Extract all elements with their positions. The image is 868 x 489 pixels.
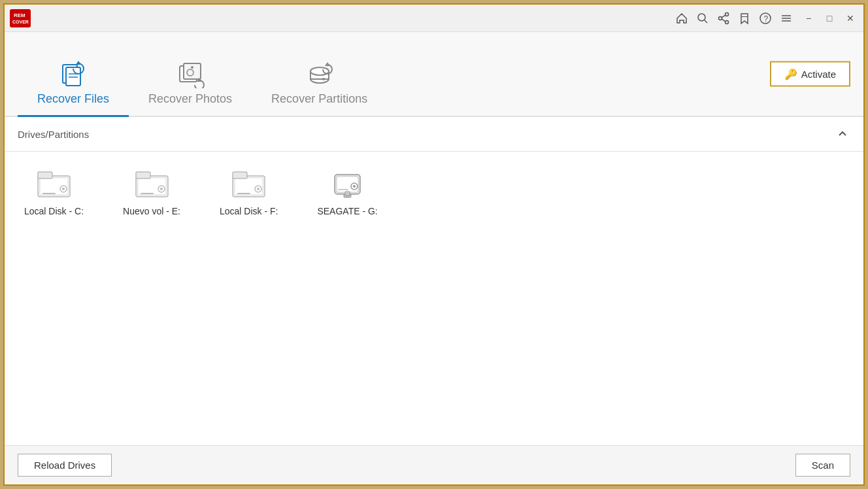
drives-header: Drives/Partitions <box>5 117 863 152</box>
svg-line-9 <box>722 19 726 22</box>
svg-marker-20 <box>76 61 81 65</box>
main-window: REM COVER <box>3 3 865 486</box>
drive-item-c[interactable]: Local Disk - C: <box>24 165 84 216</box>
collapse-button[interactable] <box>835 126 850 142</box>
svg-marker-30 <box>325 62 330 66</box>
svg-point-24 <box>191 66 193 69</box>
help-icon[interactable]: ? <box>759 12 772 25</box>
recover-files-icon <box>59 59 88 88</box>
drive-label-e: Nuevo vol - E: <box>123 206 180 216</box>
activate-button[interactable]: 🔑 Activate <box>770 61 850 87</box>
scan-button[interactable]: Scan <box>795 454 850 477</box>
svg-text:COVER: COVER <box>12 20 29 24</box>
minimize-button[interactable]: − <box>801 10 816 26</box>
title-bar-left: REM COVER <box>10 9 31 27</box>
drives-title: Drives/Partitions <box>18 129 89 140</box>
svg-line-4 <box>705 20 707 23</box>
svg-point-29 <box>322 78 325 80</box>
bottom-bar: Reload Drives Scan <box>5 445 863 484</box>
svg-rect-39 <box>136 172 150 178</box>
svg-rect-42 <box>141 193 154 194</box>
recover-photos-icon <box>176 59 205 88</box>
svg-point-7 <box>719 16 722 20</box>
drive-icon-f <box>229 165 269 201</box>
svg-line-8 <box>722 15 726 18</box>
drive-label-c: Local Disk - C: <box>24 206 84 216</box>
recover-partitions-icon <box>305 59 334 88</box>
title-bar-icons: ? − □ ✕ <box>675 10 858 26</box>
drives-section: Drives/Partitions <box>5 117 863 445</box>
logo-box: REM COVER <box>10 9 31 27</box>
menu-icon[interactable] <box>780 12 793 25</box>
main-content: Drives/Partitions <box>5 117 863 445</box>
drives-list: Local Disk - C: Nuevo vo <box>5 152 863 229</box>
svg-point-6 <box>726 20 729 24</box>
activate-button-label: Activate <box>801 69 836 80</box>
svg-point-41 <box>160 188 163 190</box>
reload-drives-button[interactable]: Reload Drives <box>18 454 112 477</box>
drive-icon-c <box>35 165 74 201</box>
tab-recover-photos[interactable]: Recover Photos <box>129 53 252 117</box>
svg-rect-22 <box>184 63 201 79</box>
svg-rect-55 <box>345 192 350 195</box>
tab-recover-files[interactable]: Recover Files <box>18 53 129 117</box>
close-button[interactable]: ✕ <box>843 10 858 26</box>
svg-text:?: ? <box>764 14 769 23</box>
drive-item-g[interactable]: SEAGATE - G: <box>317 165 377 216</box>
svg-rect-33 <box>38 172 52 178</box>
title-bar: REM COVER <box>5 5 863 32</box>
search-icon[interactable] <box>696 12 709 25</box>
home-icon[interactable] <box>675 12 688 25</box>
maximize-button[interactable]: □ <box>822 10 837 26</box>
drive-item-f[interactable]: Local Disk - F: <box>220 165 278 216</box>
drive-label-f: Local Disk - F: <box>220 206 278 216</box>
drive-icon-g <box>328 165 367 201</box>
svg-text:REM: REM <box>14 12 25 18</box>
activate-key-icon: 🔑 <box>784 68 797 80</box>
tab-recover-photos-label: Recover Photos <box>148 92 232 106</box>
tab-recover-files-label: Recover Files <box>37 92 109 106</box>
tab-bar: Recover Files Recover Photos <box>5 32 863 117</box>
svg-rect-53 <box>338 189 348 190</box>
svg-point-5 <box>726 12 729 16</box>
window-controls: − □ ✕ <box>801 10 858 26</box>
svg-point-3 <box>698 14 705 21</box>
svg-point-52 <box>353 185 356 188</box>
svg-point-35 <box>62 188 65 190</box>
tab-recover-partitions-label: Recover Partitions <box>271 92 367 106</box>
drive-label-g: SEAGATE - G: <box>317 206 377 216</box>
drive-item-e[interactable]: Nuevo vol - E: <box>123 165 180 216</box>
logo: REM COVER <box>10 9 31 27</box>
bookmark-icon[interactable] <box>738 12 751 25</box>
drive-icon-e <box>132 165 171 201</box>
share-icon[interactable] <box>717 12 730 25</box>
svg-rect-48 <box>237 193 250 194</box>
svg-rect-45 <box>233 172 247 178</box>
svg-rect-36 <box>42 193 56 194</box>
tab-recover-partitions[interactable]: Recover Partitions <box>252 53 387 117</box>
svg-point-47 <box>257 188 259 190</box>
